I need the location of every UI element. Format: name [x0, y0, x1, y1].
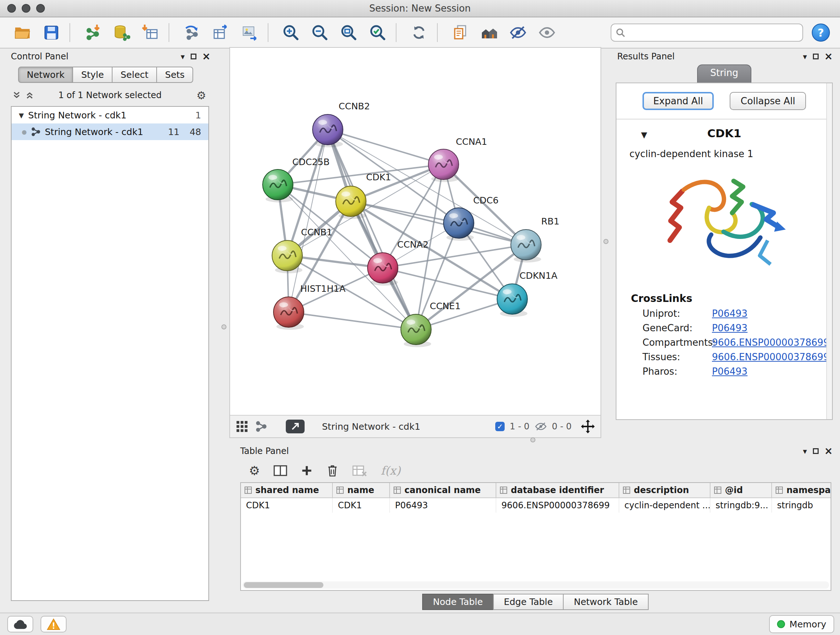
- tab-style[interactable]: Style: [73, 67, 112, 83]
- results-vertical-scrollbar[interactable]: [826, 83, 832, 419]
- network-node-RB1[interactable]: [511, 230, 541, 263]
- open-session-button[interactable]: [10, 20, 35, 45]
- control-panel-header: Control Panel ▾ ×: [5, 49, 215, 65]
- import-table-from-database-button[interactable]: [109, 20, 134, 45]
- delete-column-button[interactable]: [326, 464, 339, 477]
- import-table-button[interactable]: [138, 20, 163, 45]
- copy-network-button[interactable]: [448, 20, 472, 45]
- network-row-selected[interactable]: ● String Network - cdk1 11 48: [11, 124, 208, 140]
- table-row[interactable]: CDK1CDK1P064939606.ENSP00000378699cyclin…: [241, 498, 831, 513]
- warnings-button[interactable]: [41, 616, 66, 632]
- collapse-gene-icon[interactable]: ▼: [641, 130, 647, 139]
- column-header-name[interactable]: name: [333, 483, 390, 497]
- horizontal-scrollbar[interactable]: [242, 581, 829, 589]
- cloud-status-button[interactable]: [7, 616, 33, 632]
- import-network-button[interactable]: [80, 20, 105, 45]
- crosslink-value-link[interactable]: P06493: [712, 366, 747, 377]
- network-edge[interactable]: [328, 130, 526, 245]
- column-header-label: @id: [725, 485, 743, 495]
- crosslink-value-link[interactable]: P06493: [712, 323, 747, 333]
- protein-structure-image[interactable]: [616, 168, 832, 282]
- zoom-selected-button[interactable]: [365, 20, 390, 45]
- network-node-CDKN1A[interactable]: [497, 284, 527, 317]
- gene-section-header[interactable]: ▼ CDK1: [616, 127, 832, 144]
- show-all-button[interactable]: [535, 20, 559, 45]
- refresh-icon: [410, 24, 428, 41]
- column-header-namespace[interactable]: namespace: [772, 483, 831, 497]
- column-header--id[interactable]: @id: [711, 483, 772, 497]
- zoom-fit-button[interactable]: [336, 20, 361, 45]
- network-node-CDC6[interactable]: [444, 208, 474, 241]
- houses-icon: [480, 24, 499, 41]
- panel-float-icon[interactable]: [813, 448, 819, 454]
- tab-network-table[interactable]: Network Table: [563, 594, 649, 610]
- network-edge[interactable]: [289, 312, 416, 329]
- search-icon: [616, 28, 625, 37]
- crosslink-value-link[interactable]: 9606.ENSP00000378699: [712, 352, 829, 363]
- import-table-icon: [142, 24, 159, 41]
- panel-close-icon[interactable]: ×: [824, 51, 833, 62]
- network-node-CDK1[interactable]: [336, 186, 366, 219]
- tab-string[interactable]: String: [697, 65, 752, 82]
- table-options-gear-icon[interactable]: ⚙: [249, 463, 260, 478]
- column-type-icon: [393, 486, 401, 494]
- hide-selected-button[interactable]: [506, 20, 531, 45]
- create-column-button[interactable]: [301, 465, 313, 477]
- birds-eye-view-button[interactable]: [236, 420, 248, 432]
- panel-float-icon[interactable]: [813, 54, 819, 59]
- scrollbar-thumb[interactable]: [244, 582, 324, 588]
- network-canvas[interactable]: CCNB2CCNA1CDC25BCDK1CDC6RB1CCNB1CCNA2CDK…: [230, 48, 600, 415]
- crosslink-value-link[interactable]: P06493: [712, 308, 747, 319]
- help-button[interactable]: ?: [812, 24, 830, 42]
- crosslink-value-link[interactable]: 9606.ENSP00000378699: [712, 337, 829, 348]
- tree-caret-icon[interactable]: ▼: [19, 111, 24, 119]
- column-header-canonical-name[interactable]: canonical name: [390, 483, 496, 497]
- show-columns-button[interactable]: [273, 464, 287, 477]
- network-options-gear-icon[interactable]: ⚙: [196, 89, 206, 102]
- memory-button[interactable]: Memory: [769, 615, 834, 633]
- column-header-description[interactable]: description: [619, 483, 711, 497]
- network-edge[interactable]: [328, 130, 444, 165]
- network-node-CCNB1[interactable]: [272, 241, 302, 273]
- panel-float-icon[interactable]: [191, 54, 196, 59]
- selected-items-checkbox-icon[interactable]: ✓: [495, 422, 505, 431]
- column-header-database-identifier[interactable]: database identifier: [496, 483, 619, 497]
- export-table-button[interactable]: [208, 20, 233, 45]
- network-collection-row[interactable]: ▼ String Network - cdk1 1: [11, 107, 208, 124]
- tab-edge-table[interactable]: Edge Table: [493, 594, 564, 610]
- export-image-button[interactable]: [237, 20, 262, 45]
- splitter-handle[interactable]: [221, 325, 226, 329]
- network-node-CCNA1[interactable]: [428, 149, 459, 182]
- tab-network[interactable]: Network: [18, 67, 73, 83]
- network-node-HIST1H1A[interactable]: [273, 297, 304, 330]
- network-type-button[interactable]: [256, 421, 267, 432]
- column-type-icon: [336, 486, 344, 494]
- panel-menu-icon[interactable]: ▾: [803, 447, 807, 456]
- expand-all-button[interactable]: Expand All: [643, 92, 714, 110]
- panel-menu-icon[interactable]: ▾: [180, 52, 185, 61]
- panel-menu-icon[interactable]: ▾: [803, 52, 807, 61]
- column-header-shared-name[interactable]: shared name: [241, 483, 333, 497]
- splitter-handle[interactable]: [531, 437, 535, 442]
- refresh-button[interactable]: [407, 20, 431, 45]
- network-edge[interactable]: [328, 130, 416, 329]
- search-input[interactable]: [628, 27, 798, 38]
- network-home-button[interactable]: [477, 20, 501, 45]
- panel-close-icon[interactable]: ×: [824, 446, 833, 456]
- splitter-handle[interactable]: [603, 239, 608, 244]
- zoom-in-button[interactable]: [279, 20, 303, 45]
- zoom-out-button[interactable]: [308, 20, 332, 45]
- panel-close-icon[interactable]: ×: [202, 51, 210, 62]
- network-node-CCNE1[interactable]: [401, 314, 431, 347]
- export-network-button[interactable]: [180, 20, 204, 45]
- network-node-CDC25B[interactable]: [263, 169, 293, 203]
- toolbar-separator: [268, 23, 268, 42]
- network-node-CCNA2[interactable]: [368, 253, 398, 286]
- save-session-button[interactable]: [39, 20, 64, 45]
- tab-select[interactable]: Select: [112, 67, 157, 83]
- fit-content-button[interactable]: [581, 420, 595, 433]
- tab-sets[interactable]: Sets: [156, 67, 193, 83]
- collapse-all-button[interactable]: Collapse All: [729, 92, 806, 110]
- open-in-browser-button[interactable]: [286, 420, 305, 433]
- tab-node-table[interactable]: Node Table: [422, 594, 494, 610]
